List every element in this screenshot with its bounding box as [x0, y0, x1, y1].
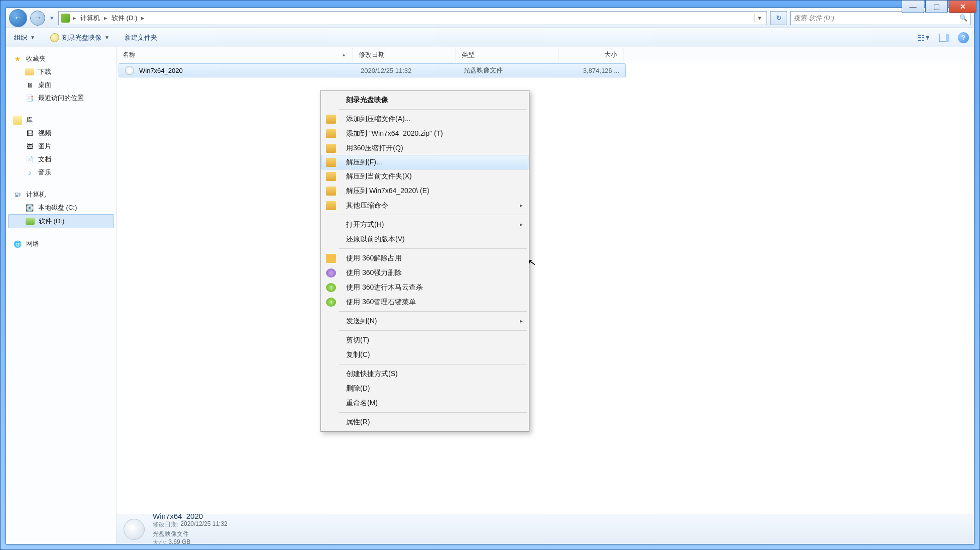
column-type[interactable]: 类型 [456, 47, 559, 62]
arrow-right-icon: → [33, 13, 42, 23]
force-delete-icon [326, 268, 336, 278]
close-button[interactable]: ✕ [949, 1, 976, 13]
forward-button[interactable]: → [30, 11, 45, 26]
network-icon: 🌐 [13, 239, 22, 248]
minimize-button[interactable]: — [902, 1, 924, 13]
preview-pane-button[interactable] [938, 32, 951, 43]
window-buttons: — ▢ ✕ [901, 1, 976, 13]
cm-360-unlock[interactable]: 使用 360解除占用 [322, 251, 528, 265]
cm-cut[interactable]: 剪切(T) [322, 333, 528, 347]
sidebar-item-videos[interactable]: 🎞视频 [8, 127, 114, 140]
cm-extract-named[interactable]: 解压到 Win7x64_2020\ (E) [322, 184, 528, 198]
drive-icon [26, 218, 35, 225]
computer-group: 🖳 计算机 💽本地磁盘 (C:) 软件 (D:) [8, 188, 114, 228]
computer-header[interactable]: 🖳 计算机 [8, 188, 114, 201]
cm-delete[interactable]: 删除(D) [322, 381, 528, 396]
cm-open-360zip[interactable]: 用360压缩打开(Q) [322, 141, 528, 155]
column-headers: 名称▲ 修改日期 类型 大小 [117, 47, 974, 62]
unlock-icon [326, 254, 336, 263]
nav-history-dropdown[interactable]: ▾ [48, 11, 55, 26]
breadcrumb-drive-d[interactable]: 软件 (D:) [111, 14, 138, 23]
scan-icon: ↑ [326, 283, 336, 292]
sidebar-item-music[interactable]: ♪音乐 [8, 166, 114, 179]
sidebar-item-downloads[interactable]: 下载 [8, 65, 114, 78]
sidebar-item-documents[interactable]: 📄文档 [8, 153, 114, 166]
favorites-header[interactable]: ★ 收藏夹 [8, 52, 114, 65]
view-mode-button[interactable]: ▼ [918, 32, 931, 43]
cm-rename[interactable]: 重命名(M) [322, 396, 528, 410]
column-date[interactable]: 修改日期 [353, 47, 456, 62]
drive-icon: 💽 [25, 203, 34, 212]
address-dropdown[interactable]: ▾ [754, 14, 765, 22]
sidebar-item-drive-d[interactable]: 软件 (D:) [8, 214, 114, 228]
cm-separator [339, 311, 527, 312]
cm-separator [339, 364, 527, 364]
arrow-left-icon: ← [14, 13, 23, 23]
library-icon [13, 116, 22, 125]
maximize-button[interactable]: ▢ [925, 1, 948, 13]
zip-icon [326, 115, 336, 124]
svg-rect-2 [918, 40, 921, 41]
new-folder-button[interactable]: 新建文件夹 [122, 31, 160, 44]
navigation-sidebar: ★ 收藏夹 下载 🖥桌面 📑最近访问的位置 库 🎞视频 🖼图片 📄文档 [6, 47, 117, 544]
cm-360-manage[interactable]: ↑使用 360管理右键菜单 [322, 295, 528, 309]
network-header[interactable]: 🌐 网络 [8, 237, 114, 250]
cm-add-archive[interactable]: 添加到压缩文件(A)... [322, 112, 528, 126]
zip-icon [326, 144, 336, 153]
cm-open-with[interactable]: 打开方式(H)▸ [322, 217, 528, 232]
cm-copy[interactable]: 复制(C) [322, 347, 528, 362]
cm-create-shortcut[interactable]: 创建快捷方式(S) [322, 366, 528, 381]
chevron-down-icon: ▾ [50, 14, 54, 22]
zip-icon [326, 187, 336, 196]
back-button[interactable]: ← [9, 9, 27, 27]
favorites-group: ★ 收藏夹 下载 🖥桌面 📑最近访问的位置 [8, 52, 114, 105]
file-date-cell: 2020/12/25 11:32 [355, 67, 458, 74]
sidebar-item-recent[interactable]: 📑最近访问的位置 [8, 91, 114, 105]
organize-button[interactable]: 组织 ▼ [11, 31, 38, 44]
address-bar[interactable]: ▸ 计算机 ▸ 软件 (D:) ▸ ▾ [58, 11, 767, 25]
file-row[interactable]: Win7x64_2020 2020/12/25 11:32 光盘映像文件 3,8… [119, 63, 626, 77]
help-button[interactable]: ? [958, 32, 969, 43]
computer-icon: 🖳 [13, 190, 22, 199]
cm-separator [339, 248, 527, 249]
drive-icon [61, 14, 70, 23]
disc-icon [50, 33, 59, 42]
file-list[interactable]: Win7x64_2020 2020/12/25 11:32 光盘映像文件 3,8… [117, 62, 974, 514]
cm-360-force-delete[interactable]: 使用 360强力删除 [322, 265, 528, 280]
cm-extract-to[interactable]: 解压到(F)... [321, 155, 528, 169]
help-icon: ? [961, 34, 965, 41]
zip-icon [326, 158, 336, 167]
cm-burn-image[interactable]: 刻录光盘映像 [322, 93, 528, 107]
libraries-group: 库 🎞视频 🖼图片 📄文档 ♪音乐 [8, 114, 114, 179]
refresh-button[interactable]: ↻ [770, 11, 787, 25]
libraries-header[interactable]: 库 [8, 114, 114, 127]
column-size[interactable]: 大小 [559, 47, 624, 62]
cm-add-zip[interactable]: 添加到 "Win7x64_2020.zip" (T) [322, 126, 528, 141]
column-name[interactable]: 名称▲ [117, 47, 353, 62]
breadcrumb-computer[interactable]: 计算机 [79, 14, 101, 23]
sidebar-item-pictures[interactable]: 🖼图片 [8, 140, 114, 153]
preview-pane-icon [939, 34, 949, 42]
cm-separator [339, 109, 527, 110]
cm-send-to[interactable]: 发送到(N)▸ [322, 314, 528, 328]
iso-file-icon [125, 66, 134, 75]
recent-icon: 📑 [25, 94, 34, 103]
chevron-down-icon: ▼ [30, 35, 35, 40]
search-placeholder: 搜索 软件 (D:) [794, 14, 834, 23]
cm-extract-here[interactable]: 解压到当前文件夹(X) [322, 169, 528, 184]
music-icon: ♪ [25, 168, 34, 177]
submenu-arrow-icon: ▸ [520, 318, 523, 324]
sidebar-item-desktop[interactable]: 🖥桌面 [8, 78, 114, 91]
explorer-body: ★ 收藏夹 下载 🖥桌面 📑最近访问的位置 库 🎞视频 🖼图片 📄文档 [6, 47, 974, 544]
cm-other-zip[interactable]: 其他压缩命令▸ [322, 198, 528, 213]
chevron-down-icon: ▼ [924, 34, 931, 41]
content-area: 名称▲ 修改日期 类型 大小 Win7x64_2020 2020/12/25 1… [117, 47, 974, 544]
chevron-down-icon: ▼ [104, 35, 110, 40]
cm-restore-prev[interactable]: 还原以前的版本(V) [322, 232, 528, 246]
file-type-cell: 光盘映像文件 [458, 66, 561, 75]
burn-image-button[interactable]: 刻录光盘映像 ▼ [47, 31, 113, 44]
sidebar-item-drive-c[interactable]: 💽本地磁盘 (C:) [8, 201, 114, 214]
cm-properties[interactable]: 属性(R) [322, 415, 528, 429]
file-thumbnail-icon [124, 519, 145, 540]
cm-360-scan[interactable]: ↑使用 360进行木马云查杀 [322, 280, 528, 295]
